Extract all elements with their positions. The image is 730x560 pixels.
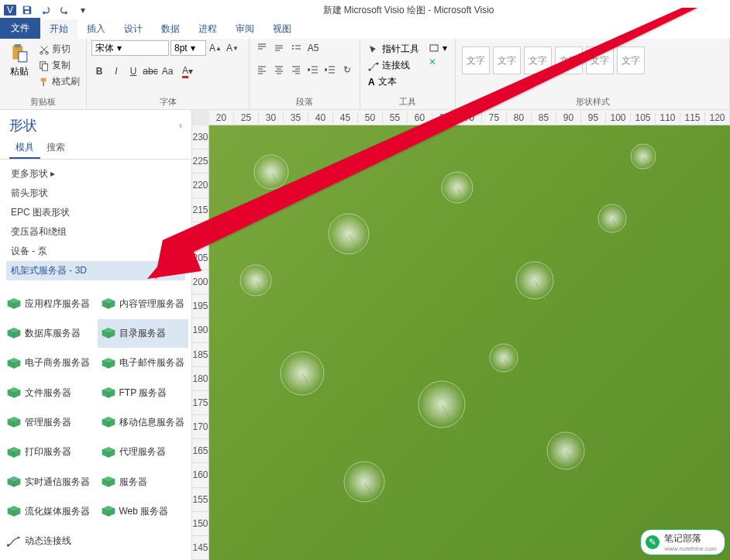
shape-label: 实时通信服务器 <box>25 476 90 489</box>
style-option-4[interactable]: 文字 <box>555 46 583 74</box>
shrink-font-button[interactable]: A▼ <box>225 40 240 56</box>
shape-item[interactable]: 移动信息服务器 <box>98 408 189 436</box>
change-case-button[interactable]: Aa <box>160 64 175 79</box>
grow-font-button[interactable]: A▲ <box>208 40 223 56</box>
shape-label: Web 服务器 <box>119 505 169 518</box>
watermark-badge: ✎ 笔记部落 www.notetribe.com <box>640 529 725 555</box>
tab-review[interactable]: 审阅 <box>226 19 263 39</box>
main-area: 形状 ‹ 模具 搜索 更多形状 ▸ 箭头形状 EPC 图表形状 变压器和绕组 设… <box>0 110 730 560</box>
paste-label: 粘贴 <box>10 65 29 78</box>
shape-label: 电子商务服务器 <box>25 356 90 369</box>
shape-item[interactable]: 数据库服务器 <box>3 319 95 347</box>
shape-label: 内容管理服务器 <box>119 297 184 311</box>
group-clipboard: 粘贴 剪切 复制 格式刷 剪贴板 <box>0 39 87 109</box>
rotate-text-button[interactable]: ↻ <box>339 62 355 77</box>
decrease-indent-button[interactable] <box>305 62 321 77</box>
shape-label: 打印服务器 <box>25 445 71 459</box>
stencil-arrow-shapes[interactable]: 箭头形状 <box>6 184 185 203</box>
collapse-panel-icon[interactable]: ‹ <box>179 120 182 131</box>
svg-rect-12 <box>43 81 44 86</box>
strikethrough-button[interactable]: abc <box>143 64 158 79</box>
stencil-rack-server-3d[interactable]: 机架式服务器 - 3D <box>6 261 185 280</box>
tab-insert[interactable]: 插入 <box>77 19 115 39</box>
shape-label: 电子邮件服务器 <box>119 356 184 369</box>
ruler-vertical: 2302252202152102052001951901851801751701… <box>192 125 209 560</box>
stencil-epc-shapes[interactable]: EPC 图表形状 <box>6 203 185 222</box>
shape-item[interactable]: 打印服务器 <box>3 438 95 466</box>
shape-item[interactable]: 应用程序服务器 <box>3 290 95 318</box>
font-group-label: 字体 <box>91 94 244 109</box>
shape-style-gallery[interactable]: 文字 文字 文字 文字 文字 文字 <box>460 40 646 77</box>
qat-dropdown-icon[interactable]: ▾ <box>76 3 90 17</box>
stencil-device-pump[interactable]: 设备 - 泵 <box>6 242 185 261</box>
group-shape-styles: 文字 文字 文字 文字 文字 文字 形状样式 <box>456 39 730 109</box>
align-top-button[interactable] <box>254 40 270 56</box>
copy-button[interactable]: 复制 <box>37 58 81 73</box>
title-bar: V ▾ 新建 Microsoft Visio 绘图 - Microsoft Vi… <box>0 0 730 20</box>
style-option-3[interactable]: 文字 <box>524 46 552 74</box>
shape-item[interactable]: Web 服务器 <box>98 497 189 525</box>
svg-rect-11 <box>41 77 46 81</box>
svg-text:V: V <box>7 5 13 15</box>
italic-button[interactable]: I <box>108 64 124 79</box>
svg-point-13 <box>292 45 294 46</box>
font-size-combo[interactable]: 8pt▾ <box>170 40 206 56</box>
stencil-more-shapes[interactable]: 更多形状 ▸ <box>6 164 185 184</box>
stencil-transformer[interactable]: 变压器和绕组 <box>6 222 185 242</box>
rectangle-tool-button[interactable]: ▾ <box>425 42 450 54</box>
connection-point-button[interactable]: ✕ <box>425 56 450 68</box>
canvas-area: 2025303540455055606570758085909510010511… <box>192 110 730 560</box>
increase-indent-button[interactable] <box>322 62 338 77</box>
format-painter-button[interactable]: 格式刷 <box>37 74 81 89</box>
group-tools: 指针工具 连接线 A文本 ▾ ✕ 工具 <box>360 39 456 109</box>
shape-item[interactable]: 内容管理服务器 <box>98 290 189 318</box>
text-tool-button[interactable]: A文本 <box>365 74 422 89</box>
watermark-name: 笔记部落 <box>664 532 717 545</box>
font-name-combo[interactable]: 宋体▾ <box>91 40 169 56</box>
ribbon-tabs: 文件 开始 插入 设计 数据 进程 审阅 视图 <box>0 20 730 39</box>
shape-label: 服务器 <box>119 476 147 489</box>
style-option-5[interactable]: 文字 <box>586 46 614 74</box>
shape-item[interactable]: 服务器 <box>98 468 189 496</box>
shape-item[interactable]: 管理服务器 <box>3 408 95 436</box>
shape-gallery: 应用程序服务器内容管理服务器数据库服务器目录服务器电子商务服务器电子邮件服务器文… <box>0 285 191 560</box>
align-center-button[interactable] <box>271 62 287 77</box>
shape-item[interactable]: 电子邮件服务器 <box>98 349 189 377</box>
align-right-button[interactable] <box>288 62 304 77</box>
tab-file[interactable]: 文件 <box>0 18 40 39</box>
bold-button[interactable]: B <box>91 64 107 79</box>
paste-button[interactable]: 粘贴 <box>5 40 34 78</box>
undo-icon[interactable] <box>39 3 53 17</box>
text-direction-button[interactable]: A5 <box>305 40 321 56</box>
shape-item[interactable]: 电子商务服务器 <box>3 349 95 377</box>
shape-item[interactable]: 代理服务器 <box>98 438 189 466</box>
connector-tool-button[interactable]: 连接线 <box>365 58 422 73</box>
shape-item[interactable]: 流化媒体服务器 <box>3 497 95 525</box>
style-option-1[interactable]: 文字 <box>462 46 490 74</box>
underline-button[interactable]: U <box>126 64 141 79</box>
panel-tab-search[interactable]: 搜索 <box>40 138 71 159</box>
align-middle-button[interactable] <box>271 40 287 56</box>
align-left-button[interactable] <box>254 62 270 77</box>
panel-tab-stencils[interactable]: 模具 <box>9 138 40 159</box>
tab-home[interactable]: 开始 <box>40 19 77 39</box>
shape-item[interactable]: 实时通信服务器 <box>3 468 95 496</box>
redo-icon[interactable] <box>57 3 71 17</box>
shape-item[interactable]: 动态连接线 <box>3 527 188 555</box>
shape-item[interactable]: 目录服务器 <box>98 319 189 347</box>
tab-design[interactable]: 设计 <box>115 19 152 39</box>
shape-item[interactable]: 文件服务器 <box>3 379 95 407</box>
tab-view[interactable]: 视图 <box>263 19 301 39</box>
tab-data[interactable]: 数据 <box>152 19 189 39</box>
style-option-6[interactable]: 文字 <box>617 46 645 74</box>
drawing-canvas[interactable] <box>209 125 730 560</box>
shape-item[interactable]: FTP 服务器 <box>98 379 189 407</box>
save-icon[interactable] <box>20 3 34 17</box>
font-color-button[interactable]: A ▾ <box>177 64 198 79</box>
svg-point-15 <box>369 68 371 70</box>
style-option-2[interactable]: 文字 <box>493 46 521 74</box>
bullets-button[interactable] <box>288 40 304 56</box>
pointer-tool-button[interactable]: 指针工具 <box>365 42 422 57</box>
cut-button[interactable]: 剪切 <box>37 42 81 57</box>
tab-process[interactable]: 进程 <box>189 19 226 39</box>
